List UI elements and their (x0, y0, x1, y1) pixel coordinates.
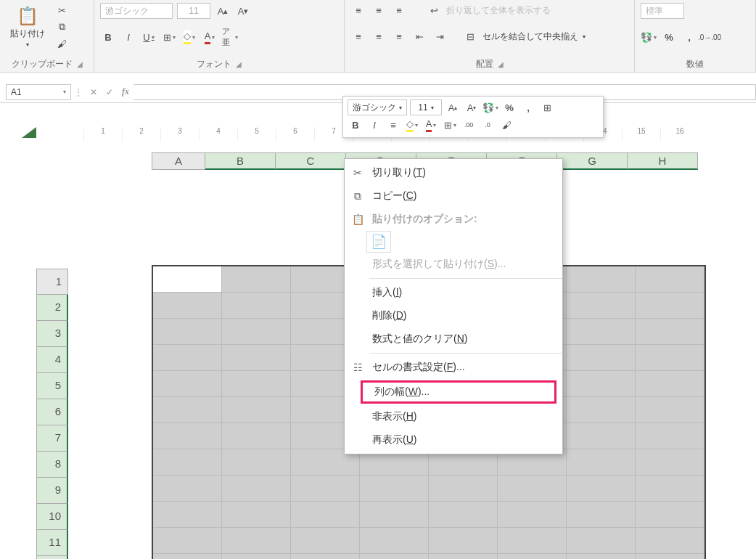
font-color-button[interactable]: A (202, 30, 218, 44)
row-header[interactable]: 2 (36, 295, 68, 321)
mini-decrease-decimal-icon[interactable]: .0 (480, 118, 496, 132)
cell[interactable] (291, 554, 360, 559)
cell[interactable] (567, 554, 636, 559)
cell[interactable] (429, 528, 498, 554)
cell[interactable] (153, 266, 222, 293)
row-header[interactable]: 6 (36, 399, 68, 425)
cell[interactable] (567, 345, 636, 371)
row-header[interactable]: 5 (36, 373, 68, 399)
mini-comma-button[interactable]: , (520, 100, 536, 115)
ruby-button[interactable]: ア亜 (222, 30, 238, 44)
align-center-icon[interactable]: ≡ (371, 29, 387, 44)
mini-italic-button[interactable]: I (366, 118, 382, 132)
row-header[interactable]: 1 (36, 269, 68, 295)
row-header[interactable]: 9 (36, 478, 68, 504)
increase-indent-icon[interactable]: ⇥ (432, 29, 448, 44)
mini-fill-color-button[interactable]: ◇ (404, 118, 420, 132)
cell[interactable] (498, 528, 567, 554)
cell[interactable] (153, 319, 222, 345)
percent-button[interactable]: % (661, 30, 677, 44)
cell[interactable] (222, 528, 291, 554)
cell[interactable] (636, 293, 704, 319)
font-name-selector[interactable]: 游ゴシック (100, 3, 173, 19)
ctx-hide[interactable]: 非表示(H) (345, 405, 562, 428)
cell[interactable] (153, 423, 222, 449)
row-header[interactable]: 12 (36, 556, 68, 559)
decrease-indent-icon[interactable]: ⇤ (411, 29, 427, 44)
cell[interactable] (429, 554, 498, 559)
align-top-icon[interactable]: ≡ (350, 3, 366, 17)
mini-font-name[interactable]: 游ゴシック▾ (348, 99, 407, 115)
col-header-b[interactable]: B (205, 152, 276, 170)
cell[interactable] (636, 502, 704, 528)
cell[interactable] (567, 423, 636, 449)
cell[interactable] (153, 528, 222, 554)
cell[interactable] (636, 554, 704, 559)
dialog-launcher-icon[interactable]: ◢ (498, 60, 504, 68)
mini-format-painter-icon[interactable]: 🖌 (498, 118, 514, 132)
italic-button[interactable]: I (120, 30, 136, 44)
mini-font-size[interactable]: 11▾ (410, 99, 442, 115)
col-header-a[interactable]: A (152, 152, 205, 170)
align-right-icon[interactable]: ≡ (391, 29, 407, 44)
ctx-clear[interactable]: 数式と値のクリア(N) (345, 327, 562, 351)
ctx-unhide[interactable]: 再表示(U) (345, 428, 562, 452)
cell[interactable] (291, 528, 360, 554)
cell[interactable] (360, 476, 429, 502)
cell[interactable] (222, 554, 291, 559)
cell[interactable] (567, 371, 636, 397)
cell[interactable] (153, 476, 222, 502)
underline-button[interactable]: U (141, 30, 157, 44)
col-header-h[interactable]: H (628, 152, 698, 170)
cell[interactable] (291, 476, 360, 502)
cut-icon[interactable]: ✂ (54, 3, 70, 17)
font-size-selector[interactable]: 11 (177, 3, 210, 19)
row-header[interactable]: 7 (36, 425, 68, 452)
cell[interactable] (567, 293, 636, 319)
row-header[interactable]: 10 (36, 504, 68, 530)
cell[interactable] (498, 476, 567, 502)
cell[interactable] (153, 345, 222, 371)
cell[interactable] (153, 397, 222, 423)
cell[interactable] (636, 319, 704, 345)
col-header-g[interactable]: G (557, 152, 628, 170)
mini-decrease-font-icon[interactable]: A▾ (464, 100, 480, 115)
cell[interactable] (636, 449, 704, 476)
cell[interactable] (567, 397, 636, 423)
cell[interactable] (222, 449, 291, 476)
wrap-text-label[interactable]: 折り返して全体を表示する (446, 4, 551, 17)
currency-icon[interactable]: 💱 (641, 30, 657, 44)
cancel-icon[interactable]: ✕ (86, 87, 102, 97)
cell[interactable] (222, 397, 291, 423)
fill-color-button[interactable]: ◇ (181, 30, 197, 44)
ctx-format-cells[interactable]: ☷ セルの書式設定(F)... (345, 356, 562, 379)
cell[interactable] (636, 345, 704, 371)
cell[interactable] (222, 266, 291, 293)
cell[interactable] (222, 293, 291, 319)
ctx-column-width[interactable]: 列の幅(W)... (361, 380, 556, 404)
mini-increase-font-icon[interactable]: A▴ (445, 100, 461, 115)
comma-button[interactable]: , (681, 30, 697, 44)
mini-percent-button[interactable]: % (501, 100, 517, 115)
cell[interactable] (222, 502, 291, 528)
cell[interactable] (567, 528, 636, 554)
ctx-delete[interactable]: 削除(D) (345, 304, 562, 327)
cell[interactable] (636, 397, 704, 423)
row-header[interactable]: 3 (36, 321, 68, 347)
cell[interactable] (360, 502, 429, 528)
align-left-icon[interactable]: ≡ (350, 29, 366, 44)
increase-font-icon[interactable]: A▴ (215, 4, 231, 18)
ctx-copy[interactable]: ⧉ コピー(C) (345, 184, 562, 208)
row-header[interactable]: 11 (36, 530, 68, 556)
cell[interactable] (222, 319, 291, 345)
cell[interactable] (636, 528, 704, 554)
cell[interactable] (636, 371, 704, 397)
mini-cells-icon[interactable]: ⊞ (539, 100, 555, 115)
number-format-selector[interactable]: 標準 (641, 3, 684, 19)
cell[interactable] (498, 502, 567, 528)
dialog-launcher-icon[interactable]: ◢ (236, 60, 242, 68)
row-header[interactable]: 4 (36, 347, 68, 373)
cell[interactable] (222, 345, 291, 371)
mini-border-button[interactable]: ⊞ (442, 118, 458, 132)
row-header[interactable]: 8 (36, 452, 68, 478)
